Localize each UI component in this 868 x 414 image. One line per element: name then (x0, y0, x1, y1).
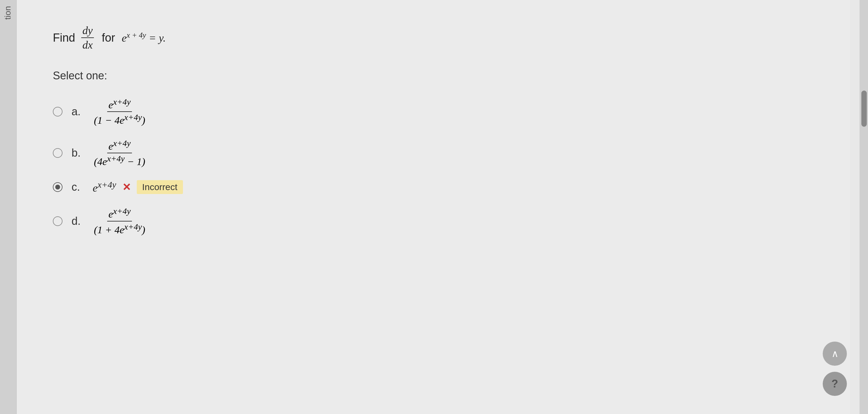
option-row-b[interactable]: b. ex+4y (4ex+4y − 1) (53, 138, 814, 168)
radio-c[interactable] (53, 182, 62, 192)
radio-a[interactable] (53, 107, 62, 117)
option-b-num: ex+4y (107, 138, 132, 153)
option-content-b: ex+4y (4ex+4y − 1) (93, 138, 147, 168)
x-mark-icon: ✕ (122, 181, 131, 193)
option-fraction-b: ex+4y (4ex+4y − 1) (93, 138, 147, 168)
radio-b[interactable] (53, 148, 62, 158)
sidebar-label: tion (3, 6, 13, 20)
question-header: Find dy dx for ex + 4y = y. (53, 24, 814, 51)
incorrect-badge: Incorrect (137, 180, 183, 194)
scrollbar-thumb[interactable] (861, 91, 867, 127)
radio-c-inner (55, 185, 60, 190)
option-a-num: ex+4y (107, 97, 132, 112)
option-a-den: (1 − 4ex+4y) (93, 112, 147, 126)
option-label-c: c. (71, 181, 84, 193)
option-row-c[interactable]: c. ex+4y ✕ Incorrect (53, 180, 814, 194)
select-one-label: Select one: (53, 69, 814, 82)
option-label-b: b. (71, 147, 84, 159)
eq-base: e (122, 32, 126, 44)
dx-denominator: dx (81, 38, 94, 51)
options-list: a. ex+4y (1 − 4ex+4y) b. ex+4y (53, 97, 814, 236)
scroll-up-button[interactable]: ∧ (823, 342, 847, 366)
question-text: Find dy dx for ex + 4y = y. (53, 24, 814, 51)
equation-expr: ex + 4y = y. (122, 31, 166, 44)
option-label-a: a. (71, 105, 84, 118)
option-fraction-d: ex+4y (1 + 4ex+4y) (93, 206, 147, 236)
option-content-c: ex+4y ✕ Incorrect (93, 180, 183, 194)
option-b-den: (4ex+4y − 1) (93, 153, 147, 167)
option-d-num: ex+4y (107, 206, 132, 221)
for-label: for (102, 31, 115, 44)
radio-d[interactable] (53, 216, 62, 226)
help-button[interactable]: ? (823, 372, 847, 396)
option-row-d[interactable]: d. ex+4y (1 + 4ex+4y) (53, 206, 814, 236)
find-label: Find (53, 31, 75, 44)
eq-exponent: x + 4y (126, 31, 146, 39)
main-content: Find dy dx for ex + 4y = y. Select one: … (17, 0, 850, 414)
nav-buttons: ∧ ? (823, 342, 847, 396)
option-content-d: ex+4y (1 + 4ex+4y) (93, 206, 147, 236)
eq-rhs: = y. (146, 32, 166, 44)
option-label-d: d. (71, 215, 84, 227)
scrollbar[interactable] (860, 0, 868, 414)
dy-numerator: dy (81, 24, 94, 38)
option-content-a: ex+4y (1 − 4ex+4y) (93, 97, 147, 126)
option-row-a[interactable]: a. ex+4y (1 − 4ex+4y) (53, 97, 814, 126)
sidebar: tion (0, 0, 17, 414)
option-c-expr: ex+4y (93, 180, 116, 194)
dy-dx-fraction: dy dx (81, 24, 94, 51)
option-d-den: (1 + 4ex+4y) (93, 221, 147, 236)
option-fraction-a: ex+4y (1 − 4ex+4y) (93, 97, 147, 126)
